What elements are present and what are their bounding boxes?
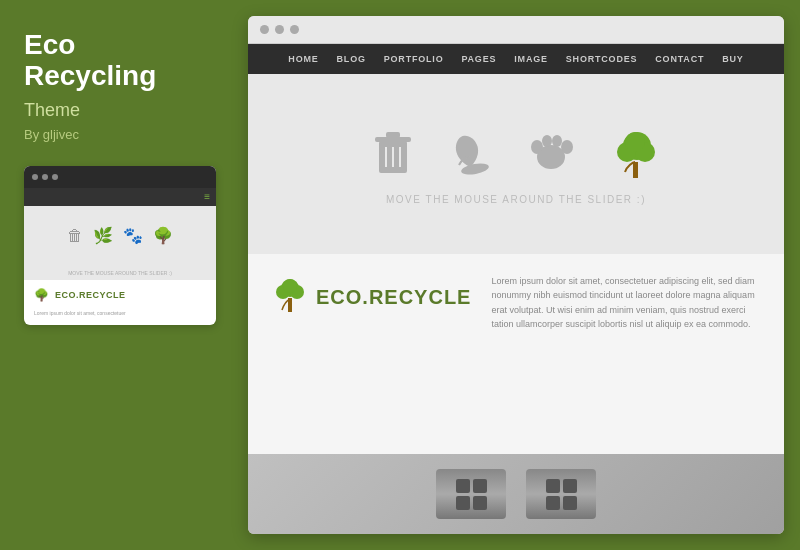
mini-slider-text: MOVE THE MOUSE AROUND THE SLIDER :) [24,266,216,280]
nav-blog[interactable]: BLOG [337,54,366,64]
hero-slider-text: MOVE THE MOUSE AROUND THE SLIDER :) [386,194,646,205]
eco-tree-svg-icon [272,274,308,321]
svg-rect-16 [633,162,638,178]
hero-paw-icon [525,127,577,181]
svg-point-9 [542,135,552,147]
mini-paw-icon: 🐾 [123,226,143,245]
app-subtitle: Theme [24,100,216,121]
mini-logo-area: 🌳 ECO.RECYCLE [24,280,216,310]
light-cell [563,479,577,493]
main-dot-3 [290,25,299,34]
bottom-strip [248,454,784,534]
mini-hero-section: 🗑 🌿 🐾 🌳 [24,206,216,266]
sidebar: Eco Recycling Theme By gljivec ≡ 🗑 🌿 🐾 🌳… [0,0,240,550]
nav-pages[interactable]: PAGES [461,54,496,64]
nav-image[interactable]: IMAGE [514,54,548,64]
main-browser-bar [248,16,784,44]
mini-tree-icon: 🌳 [153,226,173,245]
svg-point-20 [283,279,297,293]
hero-icons [371,124,662,184]
mini-lorem-text: Lorem ipsum dolor sit amet, consectetuer [24,310,216,325]
mini-logo-text: ECO.RECYCLE [55,290,126,300]
mini-dot-1 [32,174,38,180]
light-grid-2 [542,475,581,514]
main-dot-2 [275,25,284,34]
nav-portfolio[interactable]: PORTFOLIO [384,54,444,64]
mini-browser-bar [24,166,216,188]
hero-section: MOVE THE MOUSE AROUND THE SLIDER :) [248,74,784,254]
light-cell [473,496,487,510]
light-cell [456,496,470,510]
main-nav: HOME BLOG PORTFOLIO PAGES IMAGE SHORTCOD… [248,44,784,74]
mini-browser-mockup: ≡ 🗑 🌿 🐾 🌳 MOVE THE MOUSE AROUND THE SLID… [24,166,216,325]
hero-trash-icon [371,127,415,181]
light-cell [456,479,470,493]
nav-home[interactable]: HOME [288,54,318,64]
app-author: By gljivec [24,127,216,142]
svg-rect-2 [386,132,400,138]
svg-point-10 [552,135,562,147]
svg-point-6 [460,161,489,176]
mini-leaf-icon: 🌿 [93,226,113,245]
mini-eco-tree-icon: 🌳 [34,288,49,302]
mini-dot-3 [52,174,58,180]
light-cell [546,496,560,510]
mini-trash-icon: 🗑 [67,227,83,245]
content-section: ECO.RECYCLE Lorem ipsum dolor sit amet, … [248,254,784,454]
light-fixture-1 [436,469,506,519]
light-cell [563,496,577,510]
hero-tree-icon [607,124,662,184]
nav-buy[interactable]: BUY [722,54,743,64]
light-cell [546,479,560,493]
nav-contact[interactable]: CONTACT [655,54,704,64]
hero-leaf-icon [445,127,495,181]
nav-shortcodes[interactable]: SHORTCODES [566,54,638,64]
mini-nav-bar: ≡ [24,188,216,206]
eco-logo-text: ECO.RECYCLE [316,286,471,309]
main-dot-1 [260,25,269,34]
mini-nav-icon: ≡ [204,191,210,202]
light-grid-1 [452,475,491,514]
svg-point-15 [625,132,645,152]
main-browser: HOME BLOG PORTFOLIO PAGES IMAGE SHORTCOD… [248,16,784,534]
mini-dot-2 [42,174,48,180]
svg-point-11 [561,140,573,154]
light-cell [473,479,487,493]
eco-description: Lorem ipsum dolor sit amet, consectetuer… [491,274,760,332]
svg-point-8 [531,140,543,154]
app-title: Eco Recycling [24,30,216,92]
light-fixture-2 [526,469,596,519]
eco-logo-area: ECO.RECYCLE [272,274,471,321]
